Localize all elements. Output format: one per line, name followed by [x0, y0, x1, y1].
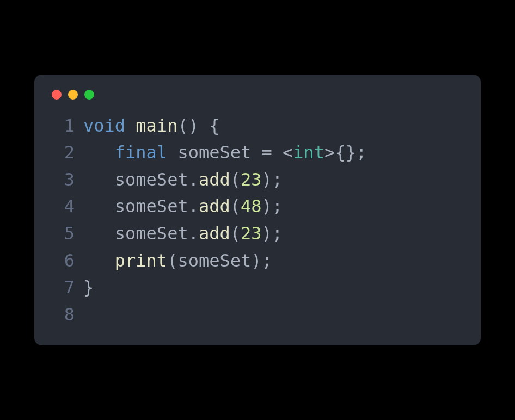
- code-token: 23: [241, 169, 262, 190]
- code-editor-window: 1void main() {2 final someSet = <int>{};…: [34, 75, 481, 346]
- code-line: 4 someSet.add(48);: [52, 193, 463, 220]
- code-token: .: [188, 169, 199, 190]
- code-line: 3 someSet.add(23);: [52, 166, 463, 194]
- close-icon[interactable]: [52, 90, 62, 100]
- code-token: 48: [241, 196, 262, 217]
- code-token: void: [83, 115, 125, 136]
- code-token: (: [230, 223, 241, 244]
- line-content: }: [83, 274, 463, 301]
- code-token: final: [115, 142, 167, 163]
- window-controls: [52, 90, 463, 100]
- code-token: main: [136, 115, 177, 136]
- line-content: [83, 301, 463, 329]
- code-token: [272, 142, 283, 163]
- line-number: 6: [52, 248, 75, 275]
- code-token: [83, 142, 115, 163]
- code-token: );: [251, 250, 272, 271]
- code-token: <: [283, 142, 293, 163]
- code-token: [125, 115, 136, 136]
- line-number: 8: [52, 301, 75, 329]
- code-token: .: [188, 223, 199, 244]
- code-token: {: [209, 115, 219, 136]
- code-token: someSet: [83, 196, 188, 217]
- code-token: add: [199, 223, 230, 244]
- code-token: add: [199, 196, 230, 217]
- code-line: 2 final someSet = <int>{};: [52, 139, 463, 166]
- code-line: 7}: [52, 274, 463, 301]
- code-line: 5 someSet.add(23);: [52, 220, 463, 248]
- code-token: .: [188, 196, 199, 217]
- code-line: 1void main() {: [52, 113, 463, 140]
- code-token: print: [115, 250, 167, 271]
- line-content: someSet.add(23);: [83, 166, 463, 194]
- line-number: 2: [52, 139, 75, 166]
- code-token: int: [293, 142, 324, 163]
- code-line: 6 print(someSet);: [52, 248, 463, 275]
- line-content: void main() {: [83, 113, 463, 140]
- code-token: =: [262, 142, 272, 163]
- code-token: 23: [241, 223, 262, 244]
- line-content: someSet.add(23);: [83, 220, 463, 248]
- code-token: someSet: [83, 169, 188, 190]
- line-content: someSet.add(48);: [83, 193, 463, 220]
- code-area[interactable]: 1void main() {2 final someSet = <int>{};…: [52, 113, 463, 329]
- code-token: (: [230, 169, 241, 190]
- code-token: (: [167, 250, 177, 271]
- code-token: (: [230, 196, 241, 217]
- minimize-icon[interactable]: [68, 90, 78, 100]
- code-token: someSet: [83, 223, 188, 244]
- code-token: [83, 250, 115, 271]
- line-number: 3: [52, 166, 75, 194]
- line-number: 4: [52, 193, 75, 220]
- line-number: 5: [52, 220, 75, 248]
- code-line: 8: [52, 301, 463, 329]
- code-token: add: [199, 169, 230, 190]
- code-token: }: [83, 277, 94, 298]
- code-token: [199, 115, 209, 136]
- code-token: );: [262, 196, 283, 217]
- line-number: 1: [52, 113, 75, 140]
- code-token: );: [262, 169, 283, 190]
- code-token: someSet: [177, 250, 251, 271]
- code-token: >{};: [324, 142, 366, 163]
- code-token: );: [262, 223, 283, 244]
- maximize-icon[interactable]: [84, 90, 94, 100]
- line-content: print(someSet);: [83, 248, 463, 275]
- code-token: (): [177, 115, 199, 136]
- line-content: final someSet = <int>{};: [83, 139, 463, 166]
- line-number: 7: [52, 274, 75, 301]
- code-token: someSet: [167, 142, 261, 163]
